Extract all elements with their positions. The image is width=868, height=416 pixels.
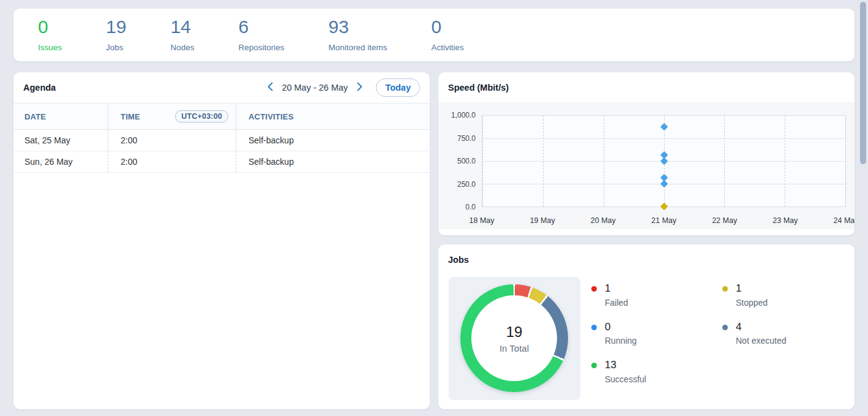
column-header-activities: ACTIVITIES — [236, 104, 430, 129]
h-gridline — [482, 138, 845, 139]
x-tick-label: 18 May — [470, 216, 495, 225]
column-header-time: TIME UTC+03:00 — [108, 104, 236, 129]
stat-label-repositories: Repositories — [238, 43, 284, 52]
speed-title: Speed (Mbit/s) — [448, 83, 509, 93]
agenda-row-time: 2:00 — [108, 151, 236, 172]
speed-header: Speed (Mbit/s) — [438, 72, 855, 103]
agenda-row-date: Sat, 25 May — [13, 130, 108, 151]
v-gridline — [845, 116, 846, 206]
legend-label-failed: Failed — [605, 298, 646, 308]
stat-value-repositories: 6 — [238, 18, 284, 36]
stopped-dot-icon — [722, 286, 728, 292]
y-tick-label: 0.0 — [465, 203, 476, 211]
legend-item-successful: 13 Successful — [591, 360, 646, 384]
stat-item-jobs[interactable]: 19 Jobs — [106, 18, 126, 52]
legend-item-failed: 1 Failed — [591, 283, 646, 308]
stat-value-activities: 0 — [432, 18, 464, 36]
stat-label-jobs: Jobs — [106, 43, 126, 52]
chevron-right-icon — [357, 82, 362, 93]
jobs-donut-box: 19 In Total — [449, 277, 580, 400]
y-tick-label: 250.0 — [457, 180, 476, 189]
legend-label-running: Running — [605, 336, 646, 346]
stat-label-monitored-items: Monitored items — [328, 43, 387, 52]
failed-dot-icon — [591, 286, 597, 292]
stats-bar: 0 Issues 19 Jobs 14 Nodes 6 Repositories… — [13, 9, 855, 61]
not-executed-dot-icon — [722, 325, 728, 330]
jobs-donut-center: 19 In Total — [471, 295, 557, 381]
stat-value-monitored-items: 93 — [328, 18, 387, 36]
column-header-time-label: TIME — [121, 112, 140, 121]
legend-item-running: 0 Running — [591, 322, 646, 346]
agenda-row-date: Sun, 26 May — [13, 151, 108, 172]
stat-item-issues[interactable]: 0 Issues — [38, 18, 62, 52]
agenda-row: Sun, 26 May 2:00 Self-backup — [13, 151, 430, 173]
agenda-row: Sat, 25 May 2:00 Self-backup — [13, 130, 430, 151]
prev-week-button[interactable] — [263, 80, 277, 96]
utc-offset-badge: UTC+03:00 — [175, 110, 228, 123]
speed-data-point — [660, 180, 668, 188]
x-tick-label: 22 May — [712, 216, 737, 225]
legend-value-failed: 1 — [605, 283, 646, 295]
y-tick-label: 500.0 — [457, 157, 476, 165]
agenda-table-header: DATE TIME UTC+03:00 ACTIVITIES — [13, 103, 430, 130]
stat-item-activities[interactable]: 0 Activities — [432, 18, 464, 52]
agenda-panel: Agenda 20 May - 26 May Today DATE TIME U… — [13, 72, 430, 409]
agenda-row-activity: Self-backup — [236, 130, 430, 151]
agenda-table: DATE TIME UTC+03:00 ACTIVITIES Sat, 25 M… — [13, 103, 430, 173]
agenda-row-time: 2:00 — [108, 130, 236, 151]
x-tick-label: 24 May — [834, 216, 855, 225]
speed-plot — [482, 115, 846, 207]
chevron-left-icon — [268, 82, 273, 93]
stat-label-issues: Issues — [38, 43, 62, 52]
x-tick-label: 23 May — [773, 216, 798, 225]
jobs-legend-column-2: 1 Stopped 4 Not executed — [722, 283, 787, 346]
agenda-title: Agenda — [23, 83, 56, 93]
column-header-date: DATE — [13, 104, 108, 129]
y-tick-label: 1,000.0 — [451, 111, 476, 119]
jobs-title: Jobs — [448, 255, 469, 265]
stat-label-activities: Activities — [432, 43, 464, 52]
agenda-header: Agenda 20 May - 26 May Today — [13, 72, 430, 103]
jobs-panel: Jobs 19 In Total 1 Failed 0 Running 13 S… — [438, 244, 855, 409]
legend-value-running: 0 — [605, 322, 646, 333]
speed-x-axis: 18 May19 May20 May21 May22 May23 May24 M… — [482, 216, 846, 226]
page-scrollbar-thumb[interactable] — [860, 2, 866, 164]
speed-panel: Speed (Mbit/s) 1,000.0750.0500.0250.00.0… — [438, 72, 855, 235]
agenda-date-nav: 20 May - 26 May Today — [263, 78, 420, 97]
jobs-legend-column-1: 1 Failed 0 Running 13 Successful — [591, 283, 646, 384]
speed-chart: 1,000.0750.0500.0250.00.0 18 May19 May20… — [438, 102, 855, 229]
today-button[interactable]: Today — [376, 78, 420, 97]
speed-data-point — [660, 157, 668, 165]
jobs-total-caption: In Total — [499, 343, 529, 354]
legend-label-not-executed: Not executed — [736, 336, 787, 346]
legend-value-not-executed: 4 — [736, 322, 787, 333]
legend-value-successful: 13 — [605, 360, 646, 371]
legend-label-stopped: Stopped — [736, 298, 787, 308]
jobs-donut-chart: 19 In Total — [460, 284, 568, 392]
x-tick-label: 21 May — [651, 216, 676, 225]
speed-data-point — [660, 123, 668, 130]
successful-dot-icon — [591, 363, 597, 368]
jobs-header: Jobs — [438, 244, 855, 275]
agenda-row-activity: Self-backup — [236, 151, 430, 172]
y-tick-label: 750.0 — [457, 134, 476, 143]
stat-value-nodes: 14 — [170, 18, 194, 36]
jobs-total-value: 19 — [506, 323, 523, 341]
legend-item-stopped: 1 Stopped — [722, 283, 787, 308]
stat-item-nodes[interactable]: 14 Nodes — [170, 18, 194, 52]
legend-value-stopped: 1 — [736, 283, 787, 295]
running-dot-icon — [591, 325, 597, 330]
x-tick-label: 20 May — [591, 216, 616, 225]
speed-data-point — [660, 203, 668, 211]
legend-label-successful: Successful — [605, 374, 646, 384]
stat-value-issues: 0 — [38, 18, 62, 36]
stat-item-monitored-items[interactable]: 93 Monitored items — [328, 18, 387, 52]
stat-item-repositories[interactable]: 6 Repositories — [238, 18, 284, 52]
next-week-button[interactable] — [353, 80, 366, 96]
speed-y-axis: 1,000.0750.0500.0250.00.0 — [438, 115, 476, 207]
stat-label-nodes: Nodes — [170, 43, 194, 52]
stat-value-jobs: 19 — [106, 18, 126, 36]
agenda-date-range: 20 May - 26 May — [282, 83, 348, 93]
legend-item-not-executed: 4 Not executed — [722, 322, 787, 346]
x-tick-label: 19 May — [530, 216, 555, 225]
